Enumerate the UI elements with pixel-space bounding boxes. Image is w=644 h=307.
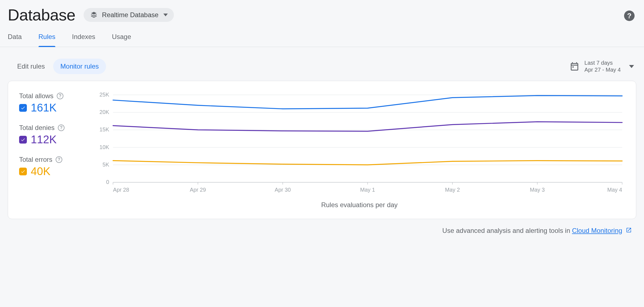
page-title: Database [8,6,75,24]
monitor-rules-card: Total allows ? 161K Total denies ? [8,81,636,219]
svg-text:Apr 29: Apr 29 [190,187,206,193]
svg-text:Apr 30: Apr 30 [275,187,291,193]
subtabs-row: Edit rules Monitor rules Last 7 days Apr… [0,47,644,81]
legend-label-denies: Total denies [19,124,55,132]
subtab-monitor-rules[interactable]: Monitor rules [53,59,106,74]
calendar-icon [570,61,579,71]
legend-checkbox-denies[interactable] [19,136,27,144]
svg-text:20K: 20K [99,109,109,115]
svg-text:May 1: May 1 [360,187,375,193]
svg-text:10K: 10K [99,144,109,150]
legend-item-allows: Total allows ? 161K [19,92,77,114]
legend-checkbox-allows[interactable] [19,104,27,112]
chart-x-axis-label: Rules evaluations per day [94,201,625,209]
chart-area: 05K10K15K20K25KApr 28Apr 29Apr 30May 1Ma… [94,92,625,209]
rules-chart: 05K10K15K20K25KApr 28Apr 29Apr 30May 1Ma… [94,92,625,196]
legend-checkbox-errors[interactable] [19,168,27,175]
help-icon[interactable]: ? [58,124,65,131]
chevron-down-icon [163,14,168,16]
svg-text:May 2: May 2 [445,187,460,193]
tab-data[interactable]: Data [8,33,22,47]
help-icon[interactable]: ? [57,93,63,99]
database-selector-chip[interactable]: Realtime Database [84,8,174,22]
help-button[interactable]: ? [624,11,635,21]
database-selector-label: Realtime Database [102,11,158,19]
subtabs: Edit rules Monitor rules [10,59,106,74]
date-range-text: Last 7 days Apr 27 - May 4 [584,59,621,73]
tab-rules[interactable]: Rules [38,33,55,47]
svg-text:Apr 28: Apr 28 [113,187,129,193]
chart-legend: Total allows ? 161K Total denies ? [19,92,77,209]
footer-link-row: Use advanced analysis and alerting tools… [0,219,644,241]
legend-value-allows: 161K [31,102,56,114]
svg-text:0: 0 [106,179,109,185]
svg-text:5K: 5K [102,162,109,168]
legend-value-errors: 40K [31,165,50,178]
page-header: Database Realtime Database ? [0,0,644,26]
legend-item-denies: Total denies ? 112K [19,124,77,146]
tab-strip: Data Rules Indexes Usage [0,26,644,47]
help-icon: ? [627,12,632,20]
footer-text: Use advanced analysis and alerting tools… [442,227,572,234]
help-icon[interactable]: ? [56,156,62,163]
svg-text:May 3: May 3 [530,187,545,193]
realtime-db-icon [90,11,98,19]
svg-text:May 4: May 4 [607,187,622,193]
external-link-icon [626,227,632,235]
date-range-value: Apr 27 - May 4 [584,66,621,73]
legend-label-allows: Total allows [19,92,53,100]
cloud-monitoring-link[interactable]: Cloud Monitoring [572,227,622,234]
svg-text:15K: 15K [99,126,109,132]
subtab-edit-rules[interactable]: Edit rules [10,59,52,74]
legend-label-errors: Total errors [19,156,52,163]
date-range-picker[interactable]: Last 7 days Apr 27 - May 4 [570,59,634,73]
legend-value-denies: 112K [31,133,56,146]
legend-item-errors: Total errors ? 40K [19,156,77,178]
date-range-label: Last 7 days [584,59,621,66]
svg-text:25K: 25K [99,92,109,98]
tab-indexes[interactable]: Indexes [72,33,95,47]
svg-rect-0 [572,66,574,68]
tab-usage[interactable]: Usage [112,33,131,47]
chevron-down-icon [629,65,634,68]
